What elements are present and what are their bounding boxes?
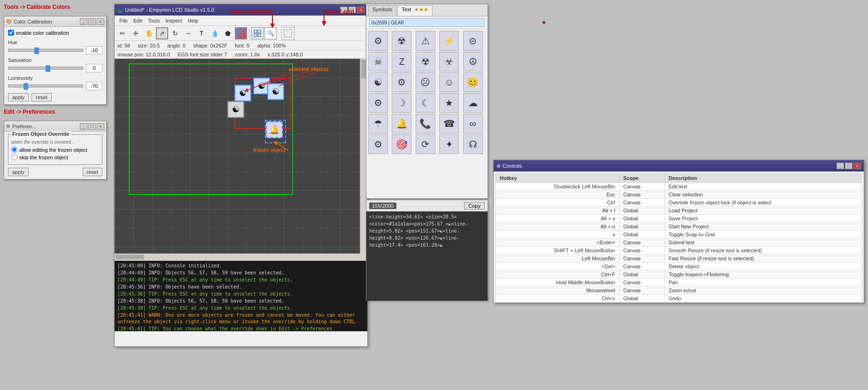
symbol-cell-5[interactable]: ☠: [368, 52, 388, 71]
frozen-override-group: Frozen Object Override when the override…: [8, 134, 102, 165]
controls-cell-description-7: Submit text: [665, 239, 862, 247]
prefs-close[interactable]: ×: [97, 123, 104, 130]
symbol-cell-10[interactable]: ☯: [368, 72, 388, 92]
main-close[interactable]: ×: [357, 7, 364, 13]
tool-fill[interactable]: ⬟: [222, 27, 234, 39]
enable-color-calib-checkbox[interactable]: [8, 30, 14, 36]
symbol-cell-24[interactable]: ∞: [463, 114, 483, 133]
symbol-cell-8[interactable]: ☣: [439, 52, 459, 71]
hue-value[interactable]: -10: [86, 46, 102, 55]
canvas-scrollbar-h[interactable]: [115, 253, 360, 261]
controls-row-14: Ctrl+zGlobalUndo: [496, 295, 862, 303]
tool-move[interactable]: ✛: [130, 27, 142, 39]
symbol-cell-18[interactable]: ★: [439, 93, 459, 113]
symbol-cell-14[interactable]: 😊: [463, 72, 483, 92]
symbol-cell-0[interactable]: ⚙: [368, 31, 388, 51]
controls-maximize[interactable]: □: [845, 163, 852, 169]
symbol-cell-22[interactable]: 📞: [416, 114, 435, 133]
tool-eyedrop[interactable]: 💧: [209, 27, 221, 39]
menu-help[interactable]: Help: [185, 17, 202, 24]
luminosity-track[interactable]: [8, 85, 83, 87]
symbol-cell-29[interactable]: ☊: [463, 134, 483, 154]
tool-grid[interactable]: [251, 27, 264, 39]
symbol-cell-19[interactable]: ☁: [463, 93, 483, 113]
color-calib-close[interactable]: ×: [97, 18, 104, 25]
symbol-cell-7[interactable]: ☢: [416, 52, 435, 71]
controls-cell-description-10: Delete object: [665, 263, 862, 271]
text-area-window: 155/2000 Copy <line-height=34.61> <size=…: [366, 200, 488, 301]
prefs-maximize[interactable]: □: [88, 123, 96, 130]
symbol-cell-3[interactable]: ⚡: [439, 31, 459, 51]
saturation-value[interactable]: 0: [86, 64, 102, 72]
symbol-cell-12[interactable]: ☹: [416, 72, 435, 92]
apply-button[interactable]: apply: [8, 93, 29, 101]
copy-button[interactable]: Copy: [464, 202, 485, 210]
menu-edit[interactable]: Edit: [131, 17, 145, 24]
symbol-cell-13[interactable]: ☺: [439, 72, 459, 92]
menu-tools[interactable]: Tools: [145, 17, 163, 24]
controls-cell-description-11: Toggle Inspect->Flickering: [665, 271, 862, 279]
symbol-cell-23[interactable]: ☎: [439, 114, 459, 133]
controls-cell-scope-2: Canvas: [619, 199, 665, 207]
controls-cell-description-0: Edit text: [665, 183, 862, 191]
tab-symbols[interactable]: Symbols: [368, 5, 396, 16]
tool-pencil[interactable]: ✏: [116, 27, 129, 39]
controls-body: HotkeyScopeDescriptionDoubleclick Left M…: [494, 172, 864, 303]
canvas-symbol-3[interactable]: ☯: [267, 83, 284, 100]
symbol-cell-15[interactable]: ⚙: [368, 93, 388, 113]
canvas-symbol-4[interactable]: ☯: [227, 101, 244, 118]
symbol-cell-1[interactable]: ☢: [392, 31, 411, 51]
luminosity-value[interactable]: -70: [86, 82, 102, 90]
symbol-cell-17[interactable]: ☾: [416, 93, 435, 113]
symbol-cell-6[interactable]: Z: [392, 52, 411, 71]
radio-skip[interactable]: [11, 154, 17, 160]
symbol-cell-27[interactable]: ⟳: [416, 134, 435, 154]
symbol-cell-2[interactable]: ⚠: [416, 31, 435, 51]
prefs-apply-button[interactable]: apply: [8, 168, 29, 176]
tool-text[interactable]: T: [195, 27, 208, 39]
tool-zoom[interactable]: 🔍: [264, 27, 277, 39]
console-line: [20:44:49] INFO: Objects 56, 57, 58, 59 …: [117, 270, 364, 276]
radio-allow[interactable]: [11, 147, 17, 153]
symbol-cell-25[interactable]: ⚙: [368, 134, 388, 154]
symbols-search-input[interactable]: [369, 18, 485, 27]
console-line: [20:43:09] INFO: Console initialized.: [117, 263, 364, 269]
symbol-cell-20[interactable]: ☂: [368, 114, 388, 133]
hue-track[interactable]: [8, 49, 83, 52]
controls-row-8: SHIFT + Left MouseButtonCanvasSmooth Res…: [496, 247, 862, 255]
controls-titlebar: ⚙ Controls _ □ ×: [494, 160, 864, 172]
tool-hand[interactable]: ✋: [143, 27, 155, 39]
canvas-frozen-symbol[interactable]: 🔔: [266, 121, 283, 138]
reset-button[interactable]: reset: [31, 93, 51, 101]
text-content-area[interactable]: <line-height=34.61> <size=20.5><color=#1…: [366, 211, 488, 301]
menu-file[interactable]: File: [116, 17, 131, 24]
controls-cell-hotkey-2: Ctrl: [496, 199, 620, 207]
symbol-cell-26[interactable]: 🎯: [392, 134, 411, 154]
tab-text[interactable]: Text ★★★: [397, 5, 433, 16]
symbol-cell-21[interactable]: 🔔: [392, 114, 411, 133]
canvas-symbol-1[interactable]: ☯: [234, 85, 251, 101]
color-calib-maximize[interactable]: □: [88, 18, 96, 25]
color-calib-titlebar: 🎨 Color Calibration _ □ ×: [4, 16, 106, 27]
symbol-cell-28[interactable]: ✦: [439, 134, 459, 154]
tool-flip[interactable]: ↔: [182, 27, 194, 39]
color-calib-minimize[interactable]: _: [80, 18, 87, 25]
tool-select[interactable]: ↗: [156, 27, 168, 39]
canvas-area[interactable]: ☯ ☯ ☯ ☯ 🔔 selected objects: [115, 59, 367, 261]
prefs-minimize[interactable]: _: [80, 123, 87, 130]
zoom-level: zoom: 1.0x: [235, 52, 260, 57]
symbol-cell-11[interactable]: ⚙: [392, 72, 411, 92]
symbol-cell-4[interactable]: ⊝: [463, 31, 483, 51]
saturation-track[interactable]: [8, 67, 83, 70]
symbol-cell-9[interactable]: ☮: [463, 52, 483, 71]
menu-inspect[interactable]: Inspect: [163, 17, 185, 24]
prefs-reset-button[interactable]: reset: [83, 168, 102, 176]
symbol-cell-16[interactable]: ☽: [392, 93, 411, 113]
console-area[interactable]: [20:43:09] INFO: Console initialized.[20…: [115, 261, 367, 331]
tool-rotate[interactable]: ↻: [169, 27, 181, 39]
tool-dotted-select[interactable]: [281, 27, 294, 40]
symbols-grid-container[interactable]: ⚙☢⚠⚡⊝☠Z☢☣☮☯⚙☹☺😊⚙☽☾★☁☂🔔📞☎∞⚙🎯⟳✦☊: [366, 29, 488, 184]
controls-close[interactable]: ×: [853, 163, 861, 169]
tool-color-picker[interactable]: [235, 27, 247, 39]
controls-minimize[interactable]: _: [837, 163, 844, 169]
